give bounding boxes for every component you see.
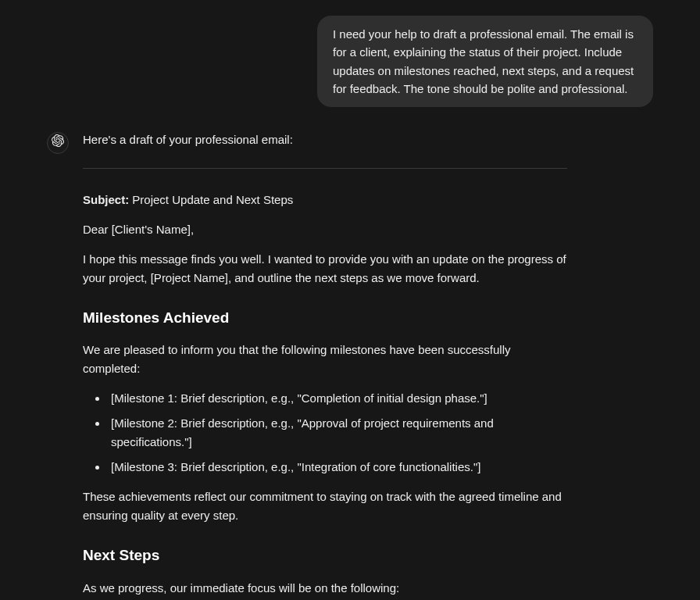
- list-item: [Milestone 1: Brief description, e.g., "…: [108, 389, 567, 408]
- subject-line: Subject: Project Update and Next Steps: [83, 191, 567, 209]
- user-message-row: I need your help to draft a professional…: [0, 16, 700, 130]
- chat-container: I need your help to draft a professional…: [0, 0, 700, 600]
- openai-logo-icon: [52, 134, 64, 152]
- list-item: [Milestone 3: Brief description, e.g., "…: [108, 458, 567, 477]
- milestones-outro: These achievements reflect our commitmen…: [83, 488, 567, 525]
- assistant-intro: Here's a draft of your professional emai…: [83, 130, 567, 149]
- next-steps-heading: Next Steps: [83, 544, 567, 567]
- user-message-bubble[interactable]: I need your help to draft a professional…: [317, 16, 653, 107]
- assistant-content[interactable]: Here's a draft of your professional emai…: [83, 130, 567, 600]
- greeting-line: Dear [Client's Name],: [83, 220, 567, 239]
- assistant-avatar: [47, 132, 69, 154]
- user-message-text: I need your help to draft a professional…: [333, 27, 634, 95]
- content-divider: [83, 168, 567, 169]
- milestones-intro: We are pleased to inform you that the fo…: [83, 341, 567, 378]
- email-body: Subject: Project Update and Next Steps D…: [83, 191, 567, 600]
- assistant-message-row: Here's a draft of your professional emai…: [0, 130, 700, 600]
- subject-label: Subject:: [83, 193, 129, 206]
- next-steps-intro: As we progress, our immediate focus will…: [83, 579, 567, 598]
- milestones-heading: Milestones Achieved: [83, 306, 567, 330]
- subject-value: Project Update and Next Steps: [129, 193, 293, 206]
- list-item: [Milestone 2: Brief description, e.g., "…: [108, 414, 567, 452]
- opening-paragraph: I hope this message finds you well. I wa…: [83, 250, 567, 288]
- milestones-list: [Milestone 1: Brief description, e.g., "…: [83, 389, 567, 477]
